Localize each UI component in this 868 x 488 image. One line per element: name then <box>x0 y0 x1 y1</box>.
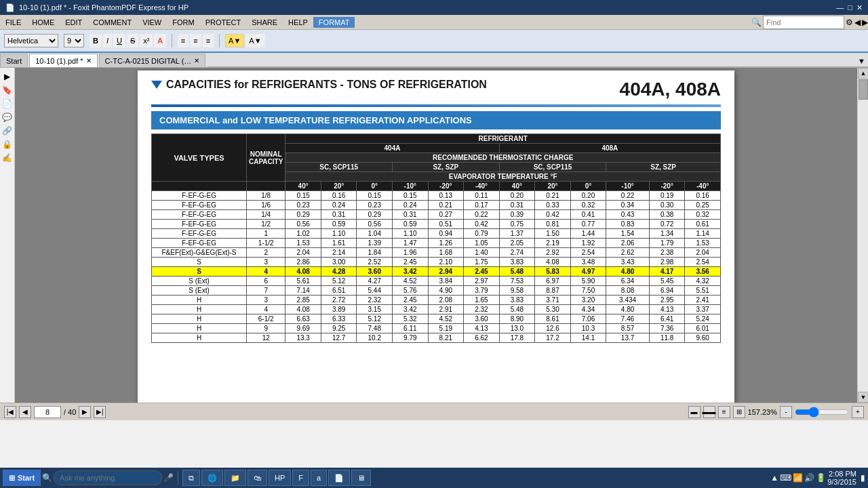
clock-time: 2:08 PM <box>827 470 856 478</box>
zoom-slider[interactable] <box>795 407 849 418</box>
taskbar-task-view[interactable]: ⧉ <box>182 470 200 486</box>
capacity-cell: 6-1/2 <box>247 314 285 324</box>
align-center-button[interactable]: ≡ <box>190 34 201 47</box>
view-mode-fit[interactable]: ⊞ <box>733 406 745 418</box>
menu-file[interactable]: FILE <box>0 17 26 28</box>
align-right-button[interactable]: ≡ <box>203 34 214 47</box>
mic-icon[interactable]: 🎤 <box>163 473 174 483</box>
value-cell: 0.33 <box>535 201 571 210</box>
bold-button[interactable]: B <box>90 34 102 47</box>
menu-share[interactable]: SHARE <box>246 17 283 28</box>
scroll-down-button[interactable]: ▼ <box>858 392 868 403</box>
last-page-button[interactable]: ▶| <box>94 406 106 418</box>
scroll-track[interactable] <box>858 79 868 392</box>
menu-protect[interactable]: PROTECT <box>200 17 247 28</box>
sidebar-bookmark-icon[interactable]: 🔖 <box>1 84 14 96</box>
tab-document[interactable]: 10-10 (1).pdf * ✕ <box>29 54 97 67</box>
font-family-select[interactable]: Helvetica <box>4 34 58 47</box>
scroll-thumb[interactable] <box>859 79 868 100</box>
menu-home[interactable]: HOME <box>26 17 60 28</box>
taskbar-hp[interactable]: HP <box>269 470 291 486</box>
sidebar-nav-icon[interactable]: ▶ <box>1 70 14 83</box>
taskbar-store[interactable]: 🛍 <box>248 470 267 486</box>
taskbar-misc[interactable]: 🖥 <box>351 470 371 486</box>
find-settings-icon[interactable]: ⚙ <box>846 18 853 27</box>
align-left-button[interactable]: ≡ <box>178 34 189 47</box>
menu-help[interactable]: HELP <box>283 17 313 28</box>
value-cell: 3.60 <box>464 314 500 324</box>
scroll-up-button[interactable]: ▲ <box>858 68 868 79</box>
taskbar-foxit[interactable]: F <box>292 470 309 486</box>
value-cell: 6.11 <box>393 324 429 333</box>
valve-type-cell: H <box>152 305 247 314</box>
tab-digital[interactable]: C-TC-A-0215 DIGITAL (… ✕ <box>99 54 206 67</box>
pdf-page: CAPACITIES for REFRIGERANTS - TONS OF RE… <box>138 70 734 403</box>
tab-document-close[interactable]: ✕ <box>86 57 92 64</box>
tray-speaker[interactable]: 🔊 <box>804 473 814 483</box>
sidebar-link-icon[interactable]: 🔗 <box>1 125 14 137</box>
maximize-button[interactable]: □ <box>848 3 852 12</box>
capacity-cell: 1/2 <box>247 220 285 229</box>
tray-show-desktop[interactable]: ▮ <box>861 473 865 483</box>
taskbar-explorer[interactable]: 📁 <box>224 470 246 486</box>
menu-view[interactable]: VIEW <box>137 17 167 28</box>
value-cell: 1.50 <box>535 229 571 239</box>
value-cell: 1.61 <box>321 239 357 248</box>
close-button[interactable]: ✕ <box>856 3 863 12</box>
tray-keyboard[interactable]: ⌨ <box>780 473 791 483</box>
taskbar-edge[interactable]: 🌐 <box>201 470 223 486</box>
text-color-button[interactable]: A▼ <box>245 34 264 47</box>
underline-button[interactable]: U <box>113 34 125 47</box>
value-cell: 5.76 <box>393 286 429 296</box>
tab-start[interactable]: Start <box>0 54 28 67</box>
superscript-button[interactable]: x² <box>140 34 153 47</box>
find-nav-prev[interactable]: ◀ <box>854 18 861 27</box>
value-cell: 7.14 <box>285 286 321 296</box>
menu-edit[interactable]: EDIT <box>60 17 87 28</box>
tray-battery[interactable]: 🔋 <box>816 473 826 483</box>
taskbar-amazon[interactable]: a <box>311 470 327 486</box>
scroll-area[interactable]: CAPACITIES for REFRIGERANTS - TONS OF RE… <box>15 68 857 403</box>
find-nav-next[interactable]: ▶ <box>862 18 868 27</box>
menu-comment[interactable]: COMMENT <box>87 17 137 28</box>
next-page-button[interactable]: ▶ <box>79 406 91 418</box>
taskbar-search-input[interactable] <box>54 470 162 485</box>
sidebar-comment-icon[interactable]: 💬 <box>1 111 14 123</box>
highlight-color-button[interactable]: A▼ <box>225 34 244 47</box>
tab-digital-close[interactable]: ✕ <box>194 57 199 64</box>
tray-expand[interactable]: ▲ <box>770 473 778 483</box>
sidebar-security-icon[interactable]: 🔒 <box>1 138 14 150</box>
menu-format[interactable]: FORMAT <box>313 17 355 28</box>
value-cell: 0.19 <box>649 191 685 201</box>
menu-form[interactable]: FORM <box>167 17 199 28</box>
zoom-in-button[interactable]: + <box>852 406 864 418</box>
capacity-cell: 4 <box>247 267 285 277</box>
view-mode-scroll[interactable]: ≡ <box>718 406 730 418</box>
capacity-cell: 12 <box>247 333 285 343</box>
clock-date: 9/3/2015 <box>827 478 856 486</box>
font-size-select[interactable]: 9 <box>64 34 84 47</box>
color-button[interactable]: A <box>154 34 165 47</box>
sidebar-signature-icon[interactable]: ✍ <box>1 152 14 164</box>
value-cell: 1.92 <box>570 239 606 248</box>
zoom-out-button[interactable]: - <box>780 406 792 418</box>
view-mode-single[interactable]: ▬ <box>688 406 701 418</box>
sidebar-page-icon[interactable]: 📄 <box>1 98 14 110</box>
tab-scroll-right[interactable]: ▼ <box>855 56 868 67</box>
view-mode-double[interactable]: ▬▬ <box>703 406 715 418</box>
tray-network[interactable]: 📶 <box>793 473 803 483</box>
page-input[interactable] <box>34 406 61 418</box>
prev-page-button[interactable]: ◀ <box>19 406 31 418</box>
taskbar-pdf-tool[interactable]: 📄 <box>328 470 350 486</box>
value-cell: 0.77 <box>570 220 606 229</box>
title-bar-left: 📄 10-10 (1).pdf * - Foxit PhantomPDF Exp… <box>5 3 189 12</box>
italic-button[interactable]: I <box>103 34 112 47</box>
start-button[interactable]: ⊞ Start <box>3 470 41 486</box>
strikethrough-button[interactable]: S <box>127 34 138 47</box>
first-page-button[interactable]: |◀ <box>4 406 16 418</box>
value-cell: 6.51 <box>321 286 357 296</box>
valve-col-header <box>152 182 247 191</box>
minimize-button[interactable]: — <box>836 3 844 12</box>
find-input[interactable] <box>763 16 844 29</box>
value-cell: 5.45 <box>649 277 685 286</box>
